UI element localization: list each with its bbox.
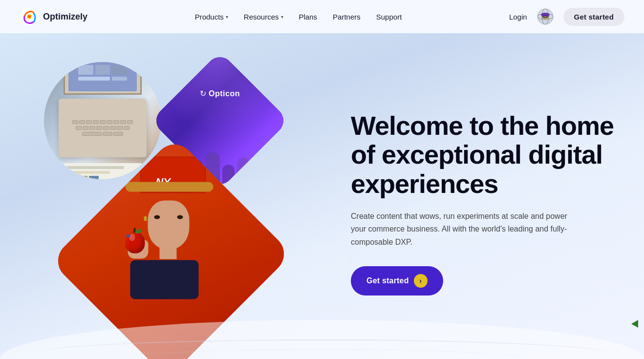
hero-cta-button[interactable]: Get started ›: [351, 266, 443, 296]
laptop-image: [44, 62, 161, 179]
nav-item-partners[interactable]: Partners: [333, 13, 361, 21]
optimizely-logo-icon: [20, 7, 39, 26]
hero-images: ↻ Opticon NY: [29, 62, 303, 345]
resources-label: Resources: [244, 13, 279, 21]
svg-point-8: [541, 13, 550, 17]
opticon-label: Opticon: [209, 89, 240, 98]
nav-right: Login Get started: [509, 8, 624, 26]
globe-icon[interactable]: [537, 8, 554, 25]
support-label: Support: [376, 13, 402, 21]
hero-content: Welcome to the home of exceptional digit…: [341, 111, 615, 296]
nav-links: Products ▾ Resources ▾ Plans Partners Su…: [195, 13, 402, 21]
navigation: Optimizely Products ▾ Resources ▾ Plans …: [0, 0, 644, 33]
plans-label: Plans: [299, 13, 318, 21]
nav-item-plans[interactable]: Plans: [299, 13, 318, 21]
nav-item-support[interactable]: Support: [376, 13, 402, 21]
svg-point-2: [28, 15, 31, 18]
products-chevron-icon: ▾: [226, 14, 228, 20]
get-started-nav-button[interactable]: Get started: [563, 8, 624, 26]
bottom-arc: [32, 339, 612, 359]
hero-subtitle: Create content that wows, run experiment…: [351, 210, 576, 249]
nav-item-resources[interactable]: Resources ▾: [244, 13, 283, 21]
partners-label: Partners: [333, 13, 361, 21]
hero-cta-label: Get started: [366, 276, 409, 285]
nav-item-products[interactable]: Products ▾: [195, 13, 228, 21]
cursor-indicator: [631, 320, 638, 328]
logo-text: Optimizely: [43, 12, 87, 22]
svg-point-10: [546, 16, 547, 17]
cta-arrow-icon: ›: [414, 274, 428, 288]
products-label: Products: [195, 13, 224, 21]
hero-title: Welcome to the home of exceptional digit…: [351, 111, 615, 198]
login-link[interactable]: Login: [509, 13, 527, 21]
resources-chevron-icon: ▾: [281, 14, 283, 20]
hero-section: ↻ Opticon NY: [0, 33, 644, 359]
logo-link[interactable]: Optimizely: [20, 7, 87, 26]
bottom-arc-2: [97, 349, 548, 359]
svg-point-9: [543, 16, 544, 17]
